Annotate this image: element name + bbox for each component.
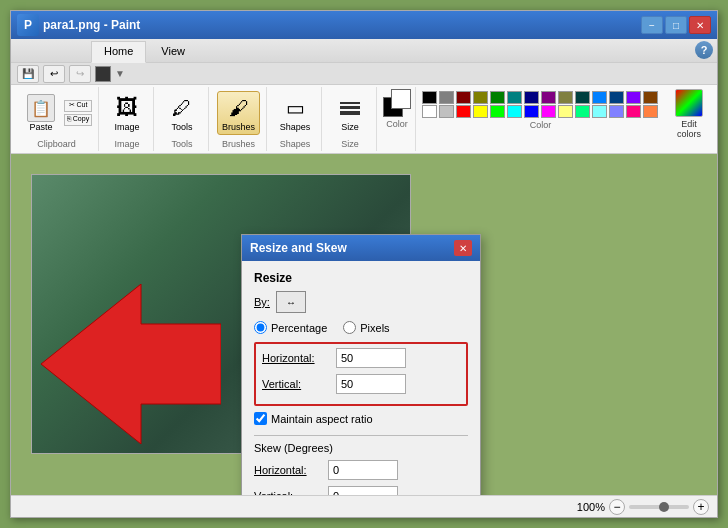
window-controls: − □ ✕ — [641, 16, 711, 34]
brushes-icon: 🖌 — [225, 94, 253, 122]
close-button[interactable]: ✕ — [689, 16, 711, 34]
brushes-label: Brushes — [222, 122, 255, 132]
palette-color-10[interactable] — [592, 91, 607, 104]
palette-color-7[interactable] — [541, 91, 556, 104]
palette-color-9[interactable] — [575, 91, 590, 104]
clipboard-group: 📋 Paste ✂ Cut ⎘ Copy Clipboard — [15, 87, 99, 151]
color-palette[interactable] — [422, 91, 659, 118]
pixels-radio-label[interactable]: Pixels — [343, 321, 389, 334]
palette-color-27[interactable] — [643, 105, 658, 118]
tools-group: 🖊 Tools Tools — [156, 87, 209, 151]
skew-vertical-input[interactable] — [328, 486, 398, 495]
resize-dialog: Resize and Skew ✕ Resize By: Percentage — [241, 234, 481, 495]
dropdown-arrow[interactable]: ▼ — [115, 68, 125, 79]
radio-group: Percentage Pixels — [254, 321, 468, 334]
palette-color-12[interactable] — [626, 91, 641, 104]
palette-color-15[interactable] — [439, 105, 454, 118]
ribbon-tab-bar: Home View ? — [11, 39, 717, 63]
minimize-button[interactable]: − — [641, 16, 663, 34]
palette-color-3[interactable] — [473, 91, 488, 104]
brushes-button[interactable]: 🖌 Brushes — [217, 91, 260, 135]
dialog-title-bar: Resize and Skew ✕ — [242, 235, 480, 261]
horizontal-label: Horizontal: — [262, 352, 332, 364]
dialog-title: Resize and Skew — [250, 241, 347, 255]
color-section: Color — [379, 87, 416, 151]
palette-color-25[interactable] — [609, 105, 624, 118]
save-button[interactable]: 💾 — [17, 65, 39, 83]
tools-button[interactable]: 🖊 Tools — [162, 92, 202, 134]
zoom-out-button[interactable]: − — [609, 499, 625, 515]
shapes-button[interactable]: ▭ Shapes — [275, 92, 315, 134]
help-button[interactable]: ? — [695, 41, 713, 59]
palette-color-18[interactable] — [490, 105, 505, 118]
maximize-button[interactable]: □ — [665, 16, 687, 34]
tools-items: 🖊 Tools — [162, 89, 202, 137]
redo-button[interactable]: ↪ — [69, 65, 91, 83]
clipboard-label: Clipboard — [37, 139, 76, 149]
tab-home[interactable]: Home — [91, 41, 146, 63]
size-label: Size — [341, 122, 359, 132]
size-button[interactable]: Size — [330, 92, 370, 134]
palette-color-4[interactable] — [490, 91, 505, 104]
palette-color-19[interactable] — [507, 105, 522, 118]
palette-color-23[interactable] — [575, 105, 590, 118]
zoom-slider[interactable] — [629, 505, 689, 509]
status-bar: 100% − + — [11, 495, 717, 517]
cut-button[interactable]: ✂ Cut — [64, 100, 92, 112]
shapes-items: ▭ Shapes — [275, 89, 315, 137]
palette-color-6[interactable] — [524, 91, 539, 104]
tools-label-bottom: Tools — [171, 139, 192, 149]
palette-color-14[interactable] — [422, 105, 437, 118]
palette-color-22[interactable] — [558, 105, 573, 118]
palette-section: Color — [418, 87, 663, 151]
palette-color-26[interactable] — [626, 105, 641, 118]
color-boxes — [383, 89, 411, 117]
vertical-input[interactable] — [336, 374, 406, 394]
palette-color-2[interactable] — [456, 91, 471, 104]
palette-color-11[interactable] — [609, 91, 624, 104]
zoom-in-button[interactable]: + — [693, 499, 709, 515]
percentage-radio-label[interactable]: Percentage — [254, 321, 327, 334]
image-icon: 🖼 — [113, 94, 141, 122]
skew-horizontal-row: Horizontal: — [254, 460, 468, 480]
skew-horizontal-input[interactable] — [328, 460, 398, 480]
ribbon: Home View ? 💾 ↩ ↪ ▼ 📋 — [11, 39, 717, 154]
palette-color-0[interactable] — [422, 91, 437, 104]
by-row: By: — [254, 291, 468, 313]
zoom-slider-thumb[interactable] — [659, 502, 669, 512]
percentage-radio[interactable] — [254, 321, 267, 334]
palette-color-24[interactable] — [592, 105, 607, 118]
zoom-level: 100% — [577, 501, 605, 513]
pixels-radio[interactable] — [343, 321, 356, 334]
percentage-label: Percentage — [271, 322, 327, 334]
palette-color-1[interactable] — [439, 91, 454, 104]
palette-color-16[interactable] — [456, 105, 471, 118]
undo-button[interactable]: ↩ — [43, 65, 65, 83]
paste-icon: 📋 — [27, 94, 55, 122]
skew-vertical-row: Vertical: — [254, 486, 468, 495]
copy-button[interactable]: ⎘ Copy — [64, 114, 92, 126]
shapes-label: Shapes — [280, 122, 311, 132]
svg-marker-0 — [41, 284, 221, 444]
palette-color-5[interactable] — [507, 91, 522, 104]
tab-view[interactable]: View — [148, 41, 198, 62]
horizontal-input[interactable] — [336, 348, 406, 368]
palette-color-13[interactable] — [643, 91, 658, 104]
paste-button[interactable]: 📋 Paste — [21, 92, 61, 134]
background-color[interactable] — [391, 89, 411, 109]
color-indicator — [95, 66, 111, 82]
palette-color-17[interactable] — [473, 105, 488, 118]
palette-color-21[interactable] — [541, 105, 556, 118]
edit-colors-button[interactable]: Edit colors — [665, 87, 713, 151]
maintain-aspect-checkbox[interactable] — [254, 412, 267, 425]
palette-color-20[interactable] — [524, 105, 539, 118]
brushes-items: 🖌 Brushes — [217, 89, 260, 137]
title-bar: P para1.png - Paint − □ ✕ — [11, 11, 717, 39]
shapes-icon: ▭ — [281, 94, 309, 122]
dialog-close-button[interactable]: ✕ — [454, 240, 472, 256]
app-icon[interactable]: P — [17, 14, 39, 36]
colors-label: Color — [422, 120, 659, 130]
edit-colors-icon — [675, 89, 703, 117]
image-button[interactable]: 🖼 Image — [107, 92, 147, 134]
palette-color-8[interactable] — [558, 91, 573, 104]
